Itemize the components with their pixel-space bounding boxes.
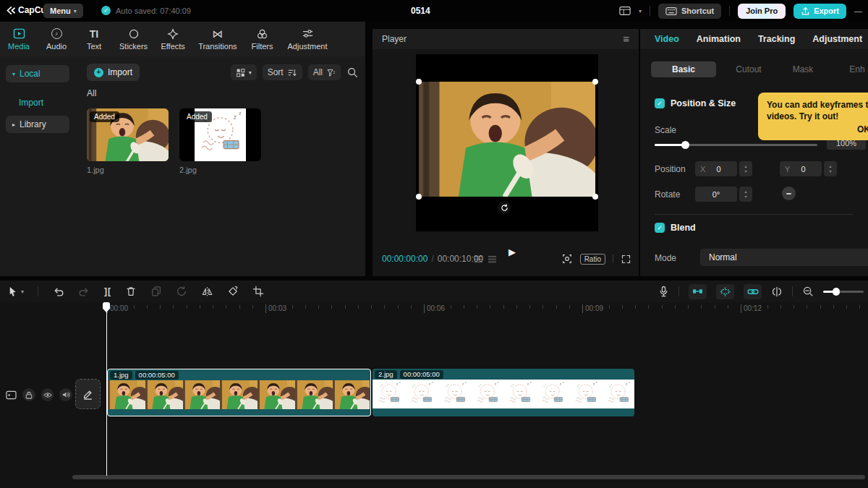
sort-button[interactable]: Sort <box>263 64 302 80</box>
timeline-clip-1[interactable]: 1.jpg 00:00:05:00 <box>107 369 371 416</box>
rotate-stepper[interactable]: ▴ ▾ <box>739 187 752 202</box>
tab-filters[interactable]: Filters <box>250 27 275 51</box>
select-tool-chevron-icon[interactable]: ▾ <box>21 288 24 295</box>
sidebar-item-library[interactable]: ▸ Library <box>6 116 69 133</box>
player-menu-icon[interactable]: ≡ <box>623 33 629 45</box>
position-y-stepper[interactable]: ▴ ▾ <box>824 161 837 176</box>
scale-slider-knob[interactable] <box>681 141 689 149</box>
subtab-basic[interactable]: Basic <box>651 61 716 77</box>
rotate-label: Rotate <box>655 189 680 200</box>
ratio-button[interactable]: Ratio <box>580 254 605 265</box>
preview-quality-icon[interactable] <box>561 253 573 265</box>
stepper-up-icon[interactable]: ▴ <box>744 164 746 168</box>
timeline-zoom-slider[interactable] <box>823 291 864 293</box>
layout-icon[interactable] <box>619 6 631 16</box>
shortcut-button[interactable]: Shortcut <box>658 4 721 19</box>
join-pro-button[interactable]: Join Pro <box>738 4 786 19</box>
play-button[interactable]: ▶ <box>509 247 516 257</box>
position-x-input[interactable]: X 0 <box>695 161 737 176</box>
tab-adjustment[interactable]: Adjustment <box>288 27 328 51</box>
export-button[interactable]: Export <box>793 4 846 19</box>
duplicate-icon[interactable] <box>150 286 162 297</box>
selection-handle-tl[interactable] <box>416 79 422 85</box>
preview-axis-icon[interactable] <box>771 286 783 297</box>
lock-track-icon[interactable] <box>22 388 35 401</box>
stepper-down-icon[interactable]: ▾ <box>829 169 831 174</box>
previous-frame-icon[interactable] <box>474 254 483 264</box>
blend-checkbox[interactable]: ✓ <box>655 223 665 233</box>
tooltip-ok-button[interactable]: OK <box>857 124 868 134</box>
sidebar-item-local[interactable]: ▾ Local <box>6 65 69 82</box>
tab-effects[interactable]: Effects <box>161 27 185 51</box>
scale-slider[interactable] <box>655 144 817 146</box>
selection-handle-br[interactable] <box>592 194 598 200</box>
position-y-input[interactable]: Y 0 <box>780 161 822 176</box>
selection-handle-bl[interactable] <box>416 194 422 200</box>
selection-handle-tr[interactable] <box>592 79 598 85</box>
fullscreen-icon[interactable] <box>621 254 631 265</box>
timeline-clip-2[interactable]: 2.jpg 00:00:05:00 <box>373 369 634 416</box>
rotate-dial[interactable] <box>782 187 796 200</box>
timeline-ruler[interactable]: 00:0000:0300:0600:0900:12 <box>0 302 868 317</box>
main-track-icon[interactable] <box>6 390 17 400</box>
subtab-mask[interactable]: Mask <box>781 61 825 77</box>
split-icon[interactable]: ][ <box>104 286 111 296</box>
tab-text[interactable]: TI Text <box>82 27 106 51</box>
tab-stickers[interactable]: Stickers <box>119 27 148 51</box>
position-x-stepper[interactable]: ▴ ▾ <box>739 161 752 176</box>
adjustment-sliders-icon <box>302 27 314 40</box>
horizontal-scrollbar[interactable] <box>72 475 865 479</box>
playhead[interactable] <box>103 302 111 477</box>
layout-chevron-icon[interactable]: ▾ <box>639 8 642 14</box>
ruler-tick <box>767 305 768 309</box>
main-track-magnet-button[interactable] <box>689 284 707 299</box>
tab-animation[interactable]: Animation <box>697 34 741 44</box>
redo-icon[interactable] <box>78 286 90 297</box>
mirror-icon[interactable] <box>201 286 213 297</box>
tab-media[interactable]: Media <box>7 27 31 51</box>
tab-video[interactable]: Video <box>655 34 679 44</box>
tab-tracking[interactable]: Tracking <box>758 34 795 44</box>
subtab-cutout[interactable]: Cutout <box>727 61 770 77</box>
rotate-input[interactable]: 0° <box>695 187 737 202</box>
filter-button[interactable]: All <box>308 64 341 80</box>
rotate-clip-icon[interactable] <box>227 286 239 297</box>
hide-track-icon[interactable] <box>41 388 54 401</box>
menu-button[interactable]: Menu ▾ <box>43 4 83 18</box>
undo-icon[interactable] <box>52 286 64 297</box>
import-media-button[interactable]: + Import <box>87 64 140 81</box>
crop-icon[interactable] <box>252 286 264 297</box>
next-frame-icon[interactable] <box>488 254 497 264</box>
stepper-down-icon[interactable]: ▾ <box>744 194 746 199</box>
minimize-button[interactable]: — <box>854 7 862 15</box>
zoom-slider-knob[interactable] <box>833 288 840 296</box>
tab-transitions[interactable]: ⋈ Transitions <box>198 27 237 51</box>
subtab-enhance[interactable]: Enh <box>837 61 868 77</box>
position-size-checkbox[interactable]: ✓ <box>655 98 665 108</box>
search-icon[interactable] <box>346 67 358 78</box>
delete-icon[interactable] <box>125 286 137 297</box>
tab-adjustment[interactable]: Adjustment <box>812 34 862 44</box>
sidebar-item-import[interactable]: Import <box>19 98 43 108</box>
divider <box>655 214 854 215</box>
blend-mode-select[interactable]: Normal <box>700 249 868 266</box>
view-mode-button[interactable]: ▾ <box>231 64 257 80</box>
zoom-out-icon[interactable] <box>802 286 814 297</box>
preview-image[interactable] <box>419 82 595 197</box>
record-voiceover-icon[interactable] <box>658 286 669 298</box>
rotate-handle[interactable] <box>498 201 511 214</box>
stepper-up-icon[interactable]: ▴ <box>744 189 746 194</box>
linking-button[interactable] <box>744 284 762 299</box>
media-item-2[interactable]: Added <box>179 108 261 161</box>
media-item-1[interactable]: Added <box>87 108 169 161</box>
tab-audio[interactable]: ♪ Audio <box>44 27 69 51</box>
edit-cover-button[interactable] <box>75 379 101 409</box>
ruler-label: 00:09 <box>582 304 603 313</box>
auto-snapping-button[interactable] <box>716 284 734 299</box>
stepper-down-icon[interactable]: ▾ <box>744 169 746 174</box>
reverse-icon[interactable] <box>176 286 187 297</box>
preview-canvas[interactable] <box>416 54 598 231</box>
stepper-up-icon[interactable]: ▴ <box>829 164 831 168</box>
mute-track-icon[interactable] <box>59 388 72 401</box>
select-tool-icon[interactable] <box>7 286 18 297</box>
